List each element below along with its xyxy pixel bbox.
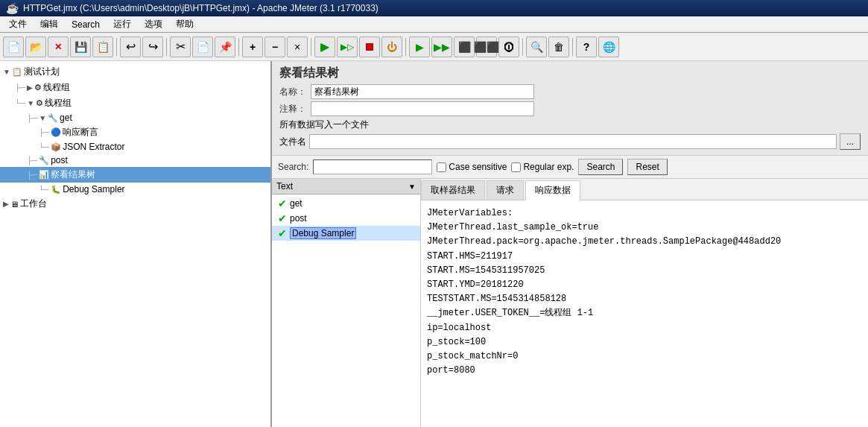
remote-start-all-button[interactable]: ▶▶	[431, 37, 452, 57]
regular-exp-checkbox[interactable]	[511, 162, 521, 172]
thread-group-2-icon: ⚙	[36, 98, 43, 108]
browse-button[interactable]: 🌐	[598, 37, 619, 57]
search-bar: Search: Case sensitive Regular exp. Sear…	[272, 156, 868, 179]
tab-response-data[interactable]: 响应数据	[525, 180, 580, 200]
search-button[interactable]: Search	[578, 159, 623, 175]
tree-item-post[interactable]: ├─ 🔧 post	[0, 154, 270, 167]
remove-button[interactable]: −	[264, 37, 285, 57]
open-button[interactable]: 📂	[25, 37, 46, 57]
remote-stop-all-button[interactable]: ⬛⬛	[476, 37, 497, 57]
paste-button[interactable]: 📌	[215, 37, 235, 57]
results-tree-body: ✔ get ✔ post ✔ Debug Sampler →	[272, 194, 420, 427]
tree-item-view-results-tree[interactable]: ├─ 📊 察看结果树	[0, 167, 270, 183]
tree-item-json-extractor[interactable]: └─ 📦 JSON Extractor	[0, 140, 270, 154]
results-tree-header-text: Text	[276, 181, 293, 192]
main-layout: ▼ 📋 测试计划 ├─ ▶ ⚙ 线程组 └─ ▼ ⚙ 线程组 ├─ ▼ 🔧 ge…	[0, 61, 868, 427]
search-input[interactable]	[313, 159, 432, 174]
copy-button[interactable]: 📄	[192, 37, 213, 57]
tree-item-thread-group-1[interactable]: ├─ ▶ ⚙ 线程组	[0, 80, 270, 95]
content-area: Text ▼ ✔ get ✔ post ✔	[272, 179, 868, 427]
test-plan-label: 测试计划	[24, 66, 60, 78]
cut-button[interactable]: ✂	[170, 37, 191, 57]
file-input[interactable]	[309, 134, 837, 149]
tab-request[interactable]: 请求	[487, 180, 524, 200]
sep7	[572, 38, 573, 56]
expand-test-plan[interactable]: ▼	[3, 68, 10, 76]
get-label: get	[60, 113, 72, 123]
debug-sampler-label: Debug Sampler	[63, 184, 124, 194]
new-button[interactable]: 📄	[3, 37, 24, 57]
undo-button[interactable]: ↩	[120, 37, 141, 57]
menu-bar: 文件 编辑 Search 运行 选项 帮助	[0, 16, 868, 33]
connector-3: ├─	[27, 114, 37, 122]
menu-edit[interactable]: 编辑	[34, 16, 64, 32]
expand-workbench[interactable]: ▶	[3, 200, 9, 208]
expand-get[interactable]: ▼	[39, 114, 46, 122]
save-button[interactable]: 💾	[70, 37, 91, 57]
shutdown-button[interactable]: ⏻	[381, 37, 402, 57]
tree-item-get[interactable]: ├─ ▼ 🔧 get	[0, 111, 270, 124]
result-item-debug-sampler[interactable]: ✔ Debug Sampler →	[272, 226, 420, 241]
case-sensitive-checkbox[interactable]	[437, 162, 446, 172]
name-label: 名称：	[279, 86, 306, 98]
comment-row: 注释：	[279, 101, 861, 116]
result-item-post[interactable]: ✔ post	[272, 211, 420, 226]
case-sensitive-text: Case sensitive	[449, 162, 507, 172]
result-label-post: post	[290, 213, 307, 224]
menu-run[interactable]: 运行	[107, 16, 137, 32]
stop-button[interactable]: ⏹	[359, 37, 380, 57]
connector-5: └─	[39, 143, 49, 151]
comment-input[interactable]	[311, 101, 534, 116]
results-tree-dropdown[interactable]: ▼	[408, 183, 416, 191]
add-button[interactable]: +	[242, 37, 263, 57]
tree-item-thread-group-2[interactable]: └─ ▼ ⚙ 线程组	[0, 95, 270, 111]
case-sensitive-label: Case sensitive	[437, 162, 507, 172]
tree-item-debug-sampler[interactable]: └─ 🐛 Debug Sampler	[0, 183, 270, 196]
sep6	[522, 38, 523, 56]
start-no-pause-button[interactable]: ▶▷	[337, 37, 358, 57]
name-input[interactable]	[311, 84, 534, 99]
connector-2: └─	[15, 99, 25, 107]
clear-button[interactable]: ×	[287, 37, 308, 57]
browse-file-button[interactable]: ...	[840, 133, 861, 150]
search-toolbar-button[interactable]: 🔍	[526, 37, 547, 57]
menu-file[interactable]: 文件	[3, 16, 33, 32]
sep2	[166, 38, 167, 56]
workbench-icon: 🖥	[10, 200, 19, 209]
clear-all-button[interactable]: 🗑	[548, 37, 569, 57]
close-button[interactable]: ✕	[48, 37, 69, 57]
reset-button[interactable]: Reset	[627, 159, 667, 175]
tree-item-workbench[interactable]: ▶ 🖥 工作台	[0, 196, 270, 212]
title-text: HTTPGet.jmx (C:\Users\admin\Desktop\jB\H…	[23, 3, 378, 13]
help-button[interactable]: ?	[576, 37, 597, 57]
result-label-get: get	[290, 198, 302, 209]
sep4	[311, 38, 311, 56]
menu-options[interactable]: 选项	[139, 16, 168, 32]
thread-group-1-label: 线程组	[43, 81, 70, 94]
expand-thread-group-2[interactable]: ▼	[27, 99, 34, 107]
expand-thread-group-1[interactable]: ▶	[27, 83, 33, 92]
start-button[interactable]: ▶	[314, 37, 335, 57]
workbench-label: 工作台	[20, 197, 47, 210]
view-results-label: 察看结果树	[51, 168, 95, 181]
tree-item-response-assertion[interactable]: ├─ 🔵 响应断言	[0, 124, 270, 140]
result-status-debug: ✔	[278, 227, 287, 239]
remote-shutdown-button[interactable]: ⏼	[498, 37, 519, 57]
result-item-get[interactable]: ✔ get	[272, 196, 420, 211]
connector-1: ├─	[15, 83, 25, 92]
connector-4: ├─	[39, 128, 49, 136]
menu-search[interactable]: Search	[66, 18, 106, 31]
tab-sampler-result[interactable]: 取样器结果	[421, 180, 485, 200]
save-as-button[interactable]: 📋	[92, 37, 113, 57]
tabs-row: 取样器结果 请求 响应数据	[421, 179, 868, 200]
tree-item-test-plan[interactable]: ▼ 📋 测试计划	[0, 64, 270, 80]
remote-stop-button[interactable]: ⬛	[454, 37, 475, 57]
panel-header: 察看结果树 名称： 注释： 所有数据写入一个文件 文件名 ...	[272, 61, 868, 156]
menu-help[interactable]: 帮助	[170, 16, 200, 32]
write-row: 所有数据写入一个文件	[279, 118, 861, 131]
remote-start-button[interactable]: ▶	[409, 37, 430, 57]
panel-title: 察看结果树	[279, 66, 861, 81]
detail-content: JMeterVariables: JMeterThread.last_sampl…	[421, 200, 868, 427]
redo-button[interactable]: ↪	[142, 37, 163, 57]
left-panel: ▼ 📋 测试计划 ├─ ▶ ⚙ 线程组 └─ ▼ ⚙ 线程组 ├─ ▼ 🔧 ge…	[0, 61, 272, 427]
